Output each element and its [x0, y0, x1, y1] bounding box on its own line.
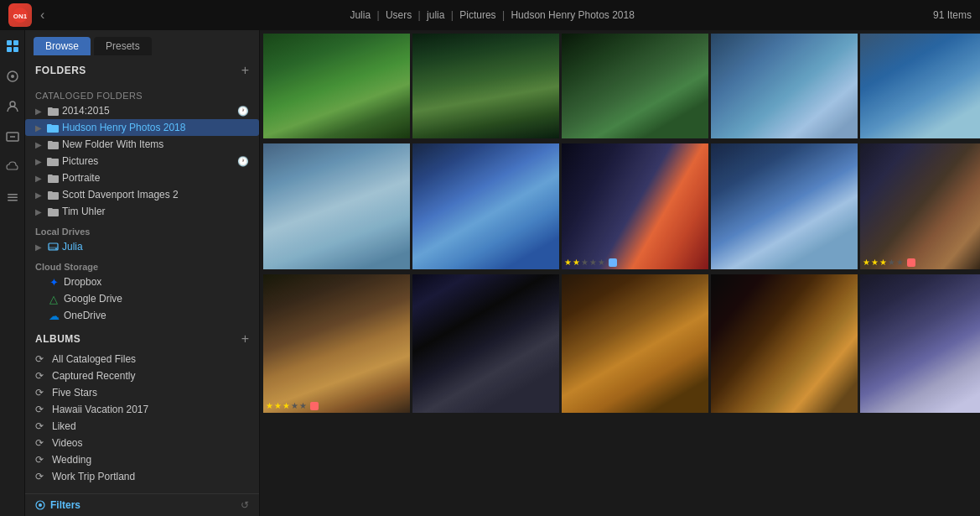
expand-arrow: ▶: [35, 207, 44, 216]
filter-icon: [35, 500, 45, 510]
folder-icon: [47, 206, 59, 217]
photo-thumbnail[interactable]: [711, 34, 858, 138]
tab-browse[interactable]: Browse: [34, 37, 91, 55]
expand-arrow: ▶: [35, 123, 44, 133]
local-drives-label: Local Drives: [25, 220, 259, 238]
folder-item-hudson[interactable]: ▶ Hudson Henry Photos 2018: [25, 119, 259, 136]
folder-item-2014-2015[interactable]: ▶ 2014:2015 🕐: [25, 102, 259, 119]
breadcrumb-pictures[interactable]: Pictures: [459, 9, 495, 21]
star: ★: [291, 401, 298, 410]
svg-rect-13: [8, 200, 18, 201]
folders-section: Folders +: [25, 55, 259, 86]
cloud-dropbox[interactable]: ✦ Dropbox: [25, 274, 259, 290]
gdrive-icon: △: [47, 293, 60, 305]
folder-label: Hudson Henry Photos 2018: [62, 122, 249, 133]
portrait-icon-btn[interactable]: [3, 97, 22, 116]
photo-thumbnail[interactable]: [860, 274, 980, 413]
svg-rect-12: [8, 197, 18, 199]
expand-arrow: ▶: [35, 174, 44, 183]
album-icon: ⟳: [35, 437, 47, 449]
svg-rect-11: [8, 194, 18, 195]
star: ★: [598, 258, 605, 267]
dropbox-icon: ✦: [47, 276, 60, 288]
album-all-cataloged[interactable]: ⟳ All Cataloged Files: [25, 351, 259, 367]
star: ★: [581, 258, 589, 267]
stars-overlay: ★★★★★: [564, 258, 617, 267]
svg-rect-2: [7, 40, 12, 45]
photo-thumbnail[interactable]: [412, 143, 559, 269]
album-work-trip[interactable]: ⟳ Work Trip Portland: [25, 468, 259, 485]
drive-icon: [47, 241, 59, 253]
folder-item-tim[interactable]: ▶ Tim Uhler: [25, 203, 259, 220]
album-label: Wedding: [52, 454, 91, 466]
breadcrumb-julia[interactable]: Julia: [350, 9, 371, 21]
photo-thumbnail[interactable]: [412, 34, 559, 138]
album-five-stars[interactable]: ⟳ Five Stars: [25, 384, 259, 401]
star: ★: [879, 258, 887, 267]
svg-rect-5: [13, 47, 18, 52]
add-album-button[interactable]: +: [241, 332, 249, 346]
tab-presets[interactable]: Presets: [94, 37, 152, 55]
svg-point-18: [39, 503, 42, 507]
folder-icon: [47, 189, 59, 201]
photo-thumbnail[interactable]: [562, 34, 708, 138]
album-captured-recently[interactable]: ⟳ Captured Recently: [25, 367, 259, 384]
folder-label: Julia: [62, 241, 249, 253]
svg-point-16: [55, 248, 57, 250]
filters-bar[interactable]: Filters ↺: [25, 493, 259, 516]
folder-item-portraite[interactable]: ▶ Portraite: [25, 169, 259, 186]
star: ★: [888, 258, 895, 267]
cloud-gdrive[interactable]: △ Google Drive: [25, 290, 259, 307]
expand-arrow: ▶: [35, 157, 44, 166]
cloud-icon-btn[interactable]: [3, 158, 22, 176]
photo-thumbnail[interactable]: [412, 274, 559, 413]
album-label: Captured Recently: [52, 370, 135, 382]
browse-icon-btn[interactable]: [3, 37, 22, 55]
album-icon: ⟳: [35, 353, 47, 365]
folder-label: New Folder With Items: [62, 138, 249, 150]
color-label: [609, 258, 617, 267]
photo-thumbnail[interactable]: ★★★★★: [263, 274, 410, 413]
svg-point-7: [11, 75, 14, 78]
icon-bar: [0, 30, 25, 516]
album-label: Work Trip Portland: [52, 471, 135, 482]
folder-label: 2014:2015: [62, 105, 234, 117]
breadcrumb-current: Hudson Henry Photos 2018: [511, 9, 634, 21]
add-folder-button[interactable]: +: [241, 64, 249, 77]
photo-thumbnail[interactable]: [860, 34, 980, 138]
folder-item-new-folder[interactable]: ▶ New Folder With Items: [25, 136, 259, 153]
photo-thumbnail[interactable]: ★★★★★: [860, 143, 980, 269]
photo-row-1: [263, 34, 977, 138]
photo-thumbnail[interactable]: [263, 34, 410, 138]
photo-thumbnail[interactable]: [711, 143, 858, 269]
photo-row-2: ★★★★★★★★★★: [263, 143, 977, 269]
local-icon-btn[interactable]: [3, 128, 22, 146]
folder-item-scott[interactable]: ▶ Scott Davenport Images 2: [25, 186, 259, 203]
album-icon: ⟳: [35, 404, 47, 415]
cloud-onedrive[interactable]: ☁ OneDrive: [25, 307, 259, 324]
local-drive-julia[interactable]: ▶ Julia: [25, 238, 259, 255]
settings-icon-btn[interactable]: [3, 188, 22, 206]
svg-text:ON1: ON1: [13, 13, 28, 20]
cloud-label: Google Drive: [64, 293, 249, 305]
photo-thumbnail[interactable]: [562, 274, 708, 413]
photo-thumbnail[interactable]: [711, 274, 858, 413]
breadcrumb: Julia | Users | julia | Pictures | Hudso…: [51, 9, 933, 21]
develop-icon-btn[interactable]: [3, 67, 22, 86]
album-liked[interactable]: ⟳ Liked: [25, 418, 259, 435]
folder-item-pictures[interactable]: ▶ Pictures 🕐: [25, 153, 259, 169]
album-hawaii[interactable]: ⟳ Hawaii Vacation 2017: [25, 401, 259, 418]
album-videos[interactable]: ⟳ Videos: [25, 435, 259, 451]
tab-bar: Browse Presets: [25, 30, 259, 55]
star: ★: [274, 401, 282, 410]
star: ★: [896, 258, 904, 267]
nav-back-arrow[interactable]: ‹: [40, 8, 44, 23]
album-wedding[interactable]: ⟳ Wedding: [25, 451, 259, 468]
expand-arrow: ▶: [35, 140, 44, 149]
album-icon: ⟳: [35, 387, 47, 399]
stars-overlay: ★★★★★: [266, 401, 319, 410]
photo-thumbnail[interactable]: [263, 143, 410, 269]
breadcrumb-users: Users: [386, 9, 412, 21]
photo-thumbnail[interactable]: ★★★★★: [562, 143, 708, 269]
filters-reset[interactable]: ↺: [241, 499, 249, 511]
